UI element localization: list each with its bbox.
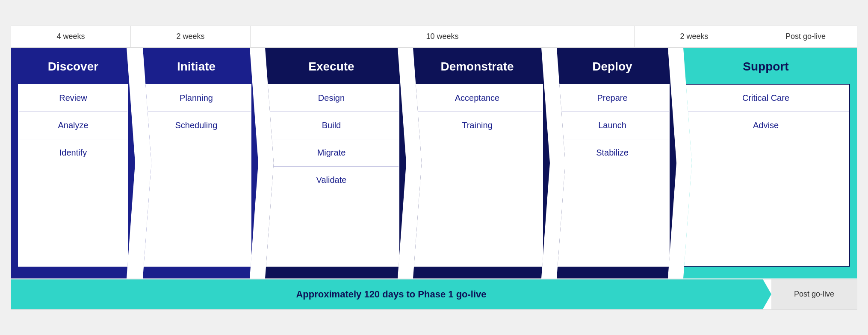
bottom-main: Approximately 120 days to Phase 1 go-liv… — [11, 279, 771, 309]
item-training: Training — [412, 112, 542, 139]
item-design: Design — [264, 85, 399, 112]
phase-discover: Discover Review Analyze Identify — [11, 48, 135, 279]
item-scheduling: Scheduling — [142, 112, 251, 139]
duration-deploy: 2 weeks — [635, 26, 754, 47]
phase-support-items: Critical Care Advise — [682, 84, 850, 267]
item-analyze: Analyze — [19, 112, 127, 139]
item-critical-care: Critical Care — [682, 85, 849, 112]
duration-initiate: 2 weeks — [131, 26, 251, 47]
duration-support: Post go-live — [754, 26, 857, 47]
phase-support: Support Critical Care Advise — [675, 48, 857, 279]
item-review: Review — [19, 85, 127, 112]
item-build: Build — [264, 112, 399, 139]
diagram-wrapper: 4 weeks 2 weeks 10 weeks 2 weeks Post go… — [11, 26, 857, 310]
phase-demonstrate-title: Demonstrate — [440, 60, 514, 73]
item-launch: Launch — [556, 112, 669, 139]
phase-demonstrate-items: Acceptance Training — [411, 84, 543, 267]
bottom-row: Approximately 120 days to Phase 1 go-liv… — [11, 279, 857, 309]
phase-execute-items: Design Build Migrate Validate — [263, 84, 399, 267]
phase-execute-title: Execute — [308, 60, 354, 73]
item-acceptance: Acceptance — [412, 85, 542, 112]
item-identify: Identify — [19, 139, 127, 166]
phase-support-title: Support — [743, 60, 788, 73]
bottom-main-text: Approximately 120 days to Phase 1 go-liv… — [296, 289, 486, 300]
item-prepare: Prepare — [556, 85, 669, 112]
phase-row: Discover Review Analyze Identify Initiat… — [11, 48, 857, 279]
phase-discover-title: Discover — [48, 60, 98, 73]
phase-initiate: Initiate Planning Scheduling — [134, 48, 258, 279]
phase-deploy: Deploy Prepare Launch Stabilize — [548, 48, 676, 279]
item-advise: Advise — [682, 112, 849, 139]
phase-execute: Execute Design Build Migrate Validate — [257, 48, 406, 279]
phase-initiate-title: Initiate — [177, 60, 216, 73]
duration-row: 4 weeks 2 weeks 10 weeks 2 weeks Post go… — [11, 26, 857, 48]
duration-discover: 4 weeks — [11, 26, 131, 47]
item-migrate: Migrate — [264, 139, 399, 167]
phase-initiate-items: Planning Scheduling — [141, 84, 251, 267]
item-planning: Planning — [142, 85, 251, 112]
item-stabilize: Stabilize — [556, 139, 669, 166]
duration-execute-demonstrate: 10 weeks — [251, 26, 635, 47]
phase-discover-items: Review Analyze Identify — [18, 84, 128, 267]
bottom-postgolive: Post go-live — [771, 279, 857, 309]
phase-deploy-title: Deploy — [592, 60, 632, 73]
phase-deploy-items: Prepare Launch Stabilize — [555, 84, 670, 267]
phase-demonstrate: Demonstrate Acceptance Training — [404, 48, 550, 279]
item-validate: Validate — [264, 167, 399, 194]
